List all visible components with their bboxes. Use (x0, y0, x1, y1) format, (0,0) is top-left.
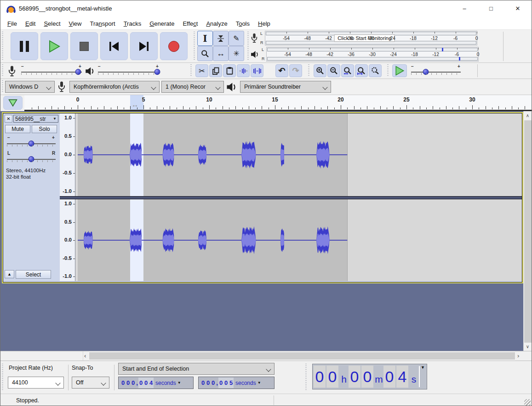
horizontal-scrollbar-thumb[interactable] (89, 352, 515, 360)
time-digit[interactable]: 0 (143, 378, 149, 388)
recording-device-dropdown[interactable]: Kopfhörermikrofon (Arctis (69, 81, 160, 93)
toolbar-grip[interactable] (247, 32, 249, 61)
track-close-button[interactable]: ✕ (5, 115, 12, 123)
playback-volume-thumb[interactable] (154, 69, 160, 75)
position-digit[interactable]: 0 (314, 366, 326, 388)
redo-button[interactable]: ↷ (289, 64, 302, 77)
playback-meter[interactable]: L R -54-48-42-36-30-24-18-12-60 (251, 46, 479, 62)
scroll-up-icon[interactable]: ∧ (524, 113, 532, 118)
toolbar-grip[interactable] (1, 64, 4, 77)
snap-to-dropdown[interactable]: Off (72, 377, 109, 389)
toolbar-grip[interactable] (1, 364, 4, 391)
menu-file[interactable]: File (3, 18, 21, 29)
time-digit[interactable]: 5 (229, 378, 234, 388)
position-digit[interactable]: 0 (326, 366, 338, 388)
maximize-button[interactable]: □ (481, 0, 502, 16)
play-at-speed-button[interactable] (392, 64, 407, 77)
minimize-button[interactable]: – (454, 0, 475, 16)
monitoring-hint[interactable]: Click to Start Monitoring (334, 34, 395, 42)
menu-view[interactable]: View (65, 18, 86, 29)
multi-tool-button[interactable]: ✳ (229, 46, 244, 61)
menu-help[interactable]: Help (254, 18, 275, 29)
zoom-tool-button[interactable] (197, 46, 213, 61)
selection-start-field[interactable]: 000,004seconds▼ (118, 377, 194, 389)
zoom-out-button[interactable] (327, 64, 340, 77)
selection-tool-button[interactable]: I (197, 31, 213, 46)
track-select-button[interactable]: Select (16, 270, 51, 279)
dropdown-arrow-icon[interactable]: ▼ (421, 365, 425, 370)
dropdown-arrow-icon[interactable]: ▼ (257, 381, 262, 385)
play-speed-slider[interactable] (411, 68, 461, 76)
toolbar-grip[interactable] (1, 32, 4, 61)
play-button[interactable] (40, 32, 68, 60)
dropdown-arrow-icon[interactable]: ▼ (177, 381, 182, 385)
vertical-scrollbar[interactable]: ∧ ∨ (523, 111, 532, 351)
skip-to-end-button[interactable] (130, 32, 158, 60)
toolbar-grip[interactable] (308, 64, 310, 77)
audio-host-dropdown[interactable]: Windows D (5, 81, 55, 93)
waveform-channel-left[interactable] (75, 113, 522, 196)
cut-button[interactable]: ✂ (195, 64, 208, 77)
fit-project-button[interactable] (355, 64, 368, 77)
pause-button[interactable] (11, 32, 38, 60)
position-digit[interactable]: 0 (383, 366, 395, 388)
selection-end-field[interactable]: 000,005seconds▼ (198, 377, 275, 389)
position-digit[interactable]: 0 (361, 366, 373, 388)
selection-mode-dropdown[interactable]: Start and End of Selection (118, 363, 275, 375)
scroll-down-icon[interactable]: ∨ (524, 344, 532, 349)
record-button[interactable] (160, 32, 188, 60)
menu-effect[interactable]: Effect (178, 18, 202, 29)
time-digit[interactable]: 0 (211, 378, 216, 388)
track-dock[interactable]: ✕ 568995__str ▼ Mute Solo − + L R St (0, 111, 532, 351)
time-digit[interactable]: 0 (131, 378, 136, 388)
recording-volume-thumb[interactable] (75, 69, 81, 75)
undo-button[interactable]: ↶ (275, 64, 288, 77)
position-digit[interactable]: 0 (349, 366, 360, 388)
skip-to-start-button[interactable] (100, 32, 128, 60)
playback-volume-slider[interactable] (98, 68, 159, 76)
pan-slider[interactable] (7, 156, 56, 163)
gain-thumb[interactable] (29, 141, 34, 147)
playback-device-dropdown[interactable]: Primärer Soundtreiber (240, 81, 331, 93)
trim-audio-button[interactable] (237, 64, 250, 77)
vertical-scrollbar-thumb[interactable] (524, 120, 532, 343)
menu-analyze[interactable]: Analyze (202, 18, 231, 29)
track-name-menu[interactable]: 568995__str ▼ (13, 115, 58, 123)
pan-thumb[interactable] (29, 156, 34, 162)
zoom-in-button[interactable] (314, 64, 326, 77)
timeline-options-button[interactable] (3, 96, 23, 110)
time-digit[interactable]: 0 (200, 378, 206, 388)
timeline-ruler[interactable]: 051015202530↔ (24, 95, 532, 111)
stop-button[interactable] (70, 32, 98, 60)
recording-channels-dropdown[interactable]: 1 (Mono) Recor (161, 81, 224, 93)
resize-grip[interactable] (524, 399, 531, 406)
menu-tracks[interactable]: Tracks (120, 18, 146, 29)
waveform-channel-right[interactable] (75, 199, 522, 281)
envelope-tool-button[interactable] (213, 31, 229, 46)
recording-meter[interactable]: L R Click to Start Monitoring -54-48-42-… (251, 30, 477, 46)
menu-edit[interactable]: Edit (21, 18, 40, 29)
mute-button[interactable]: Mute (5, 125, 30, 133)
audio-position-display[interactable]: 00h00m04s▼ (312, 364, 427, 389)
scroll-right-icon[interactable]: › (517, 352, 519, 359)
silence-audio-button[interactable] (251, 64, 263, 77)
menu-transport[interactable]: Transport (86, 18, 119, 29)
time-digit[interactable]: 0 (206, 378, 211, 388)
project-rate-dropdown[interactable]: 44100 (8, 377, 64, 389)
toolbar-grip[interactable] (193, 32, 195, 61)
collapse-track-button[interactable]: ▲ (5, 270, 14, 278)
menu-select[interactable]: Select (40, 18, 64, 29)
time-digit[interactable]: 0 (120, 378, 126, 388)
time-digit[interactable]: 4 (149, 378, 154, 388)
toolbar-grip[interactable] (387, 64, 389, 77)
copy-button[interactable] (209, 64, 222, 77)
draw-tool-button[interactable]: ✎ (229, 31, 244, 46)
fit-selection-button[interactable] (341, 64, 354, 77)
menu-tools[interactable]: Tools (232, 18, 254, 29)
recording-meter-bars[interactable]: Click to Start Monitoring -54-48-42-36-3… (265, 31, 477, 45)
paste-button[interactable] (223, 64, 236, 77)
close-button[interactable]: ✕ (507, 0, 528, 16)
toolbar-grip[interactable] (1, 80, 4, 93)
toolbar-grip[interactable] (190, 64, 192, 77)
play-speed-thumb[interactable] (423, 69, 429, 75)
